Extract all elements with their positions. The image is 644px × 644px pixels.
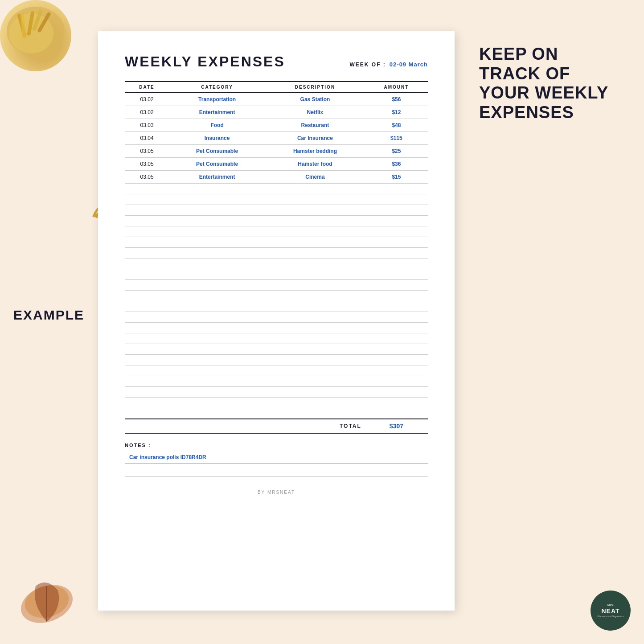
empty-row [125,323,428,333]
document-title: WEEKLY EXPENSES [125,53,285,70]
row-amount: $25 [365,145,428,158]
row-amount: $36 [365,158,428,171]
decorative-clips [0,0,71,71]
row-date: 03.05 [125,158,169,171]
notes-line-1: Car insurance polis ID78R4DR [125,451,428,464]
row-description: Car Insurance [265,132,365,145]
col-amount: AMOUNT [365,82,428,93]
notes-section: NOTES : Car insurance polis ID78R4DR [125,443,428,476]
row-category: Food [169,119,265,132]
table-header-row: DATE CATEGORY DESCRIPTION AMOUNT [125,82,428,93]
decorative-leaf [9,559,85,635]
row-category: Insurance [169,132,265,145]
notes-label: NOTES : [125,443,428,448]
footer: BY MRSNEAT [125,490,428,495]
table-row: 03.02 Entertainment Netflix $12 [125,106,428,119]
row-category: Pet Consumable [169,145,265,158]
week-info: WEEK OF : 02-09 March [350,61,428,68]
keep-track-heading: KEEP ON TRACK OF YOUR WEEKLY EXPENSES [479,45,622,123]
row-date: 03.05 [125,171,169,184]
empty-row [125,312,428,323]
table-row: 03.02 Transportation Gas Station $56 [125,93,428,106]
row-amount: $15 [365,171,428,184]
logo-line3: Planners and Organizers [596,615,626,618]
table-row: 03.05 Pet Consumable Hamster food $36 [125,158,428,171]
empty-row [125,344,428,355]
row-date: 03.03 [125,119,169,132]
row-description: Hamster bedding [265,145,365,158]
notes-line-2 [125,464,428,476]
mrsneat-logo: Mrs. NEAT Planners and Organizers [591,591,631,631]
row-date: 03.04 [125,132,169,145]
empty-row [125,355,428,365]
row-category: Transportation [169,93,265,106]
expense-table: DATE CATEGORY DESCRIPTION AMOUNT 03.02 T… [125,81,428,434]
row-description: Hamster food [265,158,365,171]
empty-row [125,248,428,258]
empty-row [125,291,428,301]
empty-row [125,376,428,387]
week-value: 02-09 March [390,61,428,68]
col-date: DATE [125,82,169,93]
row-amount: $56 [365,93,428,106]
row-amount: $12 [365,106,428,119]
empty-row [125,301,428,312]
logo-line1: Mrs. [607,603,614,607]
row-description: Cinema [265,171,365,184]
row-amount: $48 [365,119,428,132]
table-row: 03.05 Pet Consumable Hamster bedding $25 [125,145,428,158]
table-row: 03.03 Food Restaurant $48 [125,119,428,132]
empty-row [125,365,428,376]
total-value: $307 [365,419,428,433]
week-label: WEEK OF : [350,62,386,68]
empty-row [125,226,428,237]
table-row: 03.04 Insurance Car Insurance $115 [125,132,428,145]
logo-line2: NEAT [601,607,619,615]
weekly-expenses-document: WEEKLY EXPENSES WEEK OF : 02-09 March DA… [98,31,455,611]
empty-row [125,258,428,269]
row-date: 03.05 [125,145,169,158]
empty-row [125,280,428,291]
empty-row [125,216,428,226]
empty-row [125,387,428,398]
total-label: TOTAL [125,419,365,433]
row-description: Gas Station [265,93,365,106]
row-amount: $115 [365,132,428,145]
row-description: Restaurant [265,119,365,132]
col-description: DESCRIPTION [265,82,365,93]
row-date: 03.02 [125,106,169,119]
empty-row [125,205,428,216]
row-category: Entertainment [169,171,265,184]
row-date: 03.02 [125,93,169,106]
empty-row [125,333,428,344]
empty-row [125,194,428,205]
row-category: Entertainment [169,106,265,119]
empty-row [125,184,428,194]
empty-row [125,408,428,419]
col-category: CATEGORY [169,82,265,93]
empty-row [125,269,428,280]
empty-row [125,398,428,408]
table-row: 03.05 Entertainment Cinema $15 [125,171,428,184]
document-header: WEEKLY EXPENSES WEEK OF : 02-09 March [125,53,428,70]
example-label: EXAMPLE [13,308,84,323]
row-description: Netflix [265,106,365,119]
row-category: Pet Consumable [169,158,265,171]
empty-row [125,237,428,248]
total-row: TOTAL $307 [125,419,428,433]
